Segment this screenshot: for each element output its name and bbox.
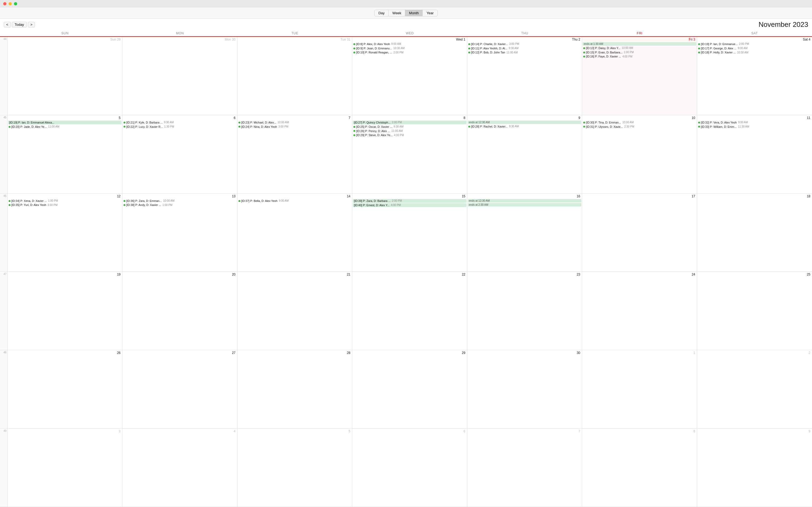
event-item[interactable]: [ID:26] P: Penny, D: Alex ... 11:00 AM: [353, 129, 466, 133]
event-item[interactable]: [ID:13] P: Daisy, D: Alex Y... 10:00 AM: [583, 46, 696, 50]
event-text: [ID:14] P: Charlie, D: Xavier...: [471, 42, 508, 46]
day-cell-26[interactable]: 26: [7, 350, 122, 428]
event-item[interactable]: [ID:29] P: Steve, D: Alex Ye... 4:00 PM: [353, 133, 466, 137]
day-cell-22[interactable]: 22: [352, 272, 467, 350]
view-week-button[interactable]: Week: [389, 10, 405, 16]
day-cell-tue31[interactable]: Tue 31: [237, 37, 352, 115]
day-cell-19[interactable]: 19: [7, 272, 122, 350]
day-cell-14[interactable]: 14 [ID:37] P: Bella, D: Alex Yeoh 9:00 A…: [237, 193, 352, 272]
span-event[interactable]: ends at 2:30 AM: [468, 203, 581, 207]
next-button[interactable]: >: [28, 22, 35, 27]
day-cell-5[interactable]: 5 [ID:19] P: Ian, D: Emmanuel Alexa... […: [7, 115, 122, 193]
event-text: [ID:26] P: Penny, D: Alex ...: [356, 129, 390, 133]
event-item[interactable]: [ID:36] P: Zara, D: Emman... 10:00 AM: [123, 199, 237, 203]
view-year-button[interactable]: Year: [423, 10, 437, 16]
event-item[interactable]: [ID:19] P: Ian, D: Emmanue... 2:00 PM: [698, 42, 811, 46]
day-cell-mon30[interactable]: Mon 30: [122, 37, 237, 115]
view-day-button[interactable]: Day: [374, 10, 389, 16]
event-text: [ID:23] P: Michael, D: Alex...: [241, 121, 276, 125]
day-cell-dec1[interactable]: 1: [582, 350, 697, 428]
event-text: [ID:38] P: Andy, D: Xavier ...: [126, 203, 161, 207]
event-time: 2:00 PM: [739, 42, 749, 46]
event-item[interactable]: [ID:11] P: Alex Yeohh, D: Al... 9:30 AM: [468, 47, 581, 51]
event-item[interactable]: [ID:30] P: Tina, D: Emman... 10:00 AM: [583, 121, 696, 125]
day-cell-dec5[interactable]: 5: [237, 429, 352, 507]
day-cell-24[interactable]: 24: [582, 272, 697, 350]
day-cell-fri3[interactable]: Fri 3 ends at 1:30 AM [ID:13] P: Daisy, …: [582, 37, 697, 115]
day-cell-18[interactable]: 18: [697, 193, 812, 272]
day-cell-6[interactable]: 6 [ID:21] P: Kyle, D: Barbara ... 9:30 A…: [122, 115, 237, 193]
event-item[interactable]: [ID:31] P: Ulysses, D: Xavie... 2:30 PM: [583, 125, 696, 129]
view-month-button[interactable]: Month: [405, 10, 423, 16]
day-cell-16[interactable]: 16 ends at 12:30 AM ends at 2:30 AM: [467, 193, 582, 272]
span-event[interactable]: [ID:40] P: Emest, D: Alex Y... 4:00 PM: [353, 203, 466, 207]
event-item[interactable]: [ID:17] P: George, D: Alex ... 9:00 AM: [698, 47, 811, 51]
close-button[interactable]: [3, 2, 6, 5]
event-item[interactable]: [ID:28] P: Rachel, D: Xavier... 9:30 AM: [468, 125, 581, 129]
day-cell-17[interactable]: 17: [582, 193, 697, 272]
event-item[interactable]: [ID:34] P: Xena, D: Xavier ... 1:00 PM: [8, 199, 122, 203]
day-cell-sun29[interactable]: Sun 29: [7, 37, 122, 115]
event-item[interactable]: [ID:21] P: Kyle, D: Barbara ... 9:30 AM: [123, 121, 237, 125]
day-cell-wed1[interactable]: Wed 1 [ID:8] P: Alex, D: Alex Yeoh 9:00 …: [352, 37, 467, 115]
event-item[interactable]: [ID:12] P: Bob, D: John Tan 11:00 AM: [468, 51, 581, 55]
day-number: Sun 29: [8, 37, 122, 42]
prev-button[interactable]: <: [4, 22, 11, 27]
day-cell-29[interactable]: 29: [352, 350, 467, 428]
day-cell-30[interactable]: 30: [467, 350, 582, 428]
day-cell-dec8[interactable]: 8: [582, 429, 697, 507]
event-item[interactable]: [ID:20] P: Jade, D: Alex Ye... 11:00 AM: [8, 125, 122, 129]
minimize-button[interactable]: [9, 2, 12, 5]
event-item[interactable]: [ID:14] P: Charlie, D: Xavier... 3:00 PM: [468, 42, 581, 46]
event-item[interactable]: [ID:15] P: Evan, D: Barbara... 1:00 PM: [583, 51, 696, 55]
event-item[interactable]: [ID:9] P: Jean, D: Emmanu... 10:30 AM: [353, 47, 466, 51]
day-cell-25[interactable]: 25: [697, 272, 812, 350]
day-cell-12[interactable]: 12 [ID:34] P: Xena, D: Xavier ... 1:00 P…: [7, 193, 122, 272]
event-item[interactable]: [ID:35] P: Yuri, D: Alex Yeoh 3:30 PM: [8, 203, 122, 207]
event-item[interactable]: [ID:16] P: Faye, D: Xavier ... 4:00 PM: [583, 55, 696, 59]
event-item[interactable]: [ID:18] P: Holly, D: Xavier ... 10:30 AM: [698, 51, 811, 55]
span-event[interactable]: ends at 1:30 AM: [583, 42, 696, 46]
event-dot: [353, 43, 355, 45]
today-button[interactable]: Today: [12, 22, 27, 27]
event-item[interactable]: [ID:33] P: William, D: Emm... 11:30 AM: [698, 125, 811, 129]
event-item[interactable]: [ID:8] P: Alex, D: Alex Yeoh 9:00 AM: [353, 42, 466, 46]
span-event[interactable]: [ID:39] P: Zara, D: Barbara ... 2:00 PM: [353, 199, 466, 203]
day-cell-dec3[interactable]: 3: [7, 429, 122, 507]
span-event[interactable]: [ID:27] P: Quincy Christoph... 2:00 PM: [353, 121, 466, 124]
event-item[interactable]: [ID:22] P: Lucy, D: Xavier R... 1:30 PM: [123, 125, 237, 129]
day-cell-dec4[interactable]: 4: [122, 429, 237, 507]
day-cell-13[interactable]: 13 [ID:36] P: Zara, D: Emman... 10:00 AM…: [122, 193, 237, 272]
event-item[interactable]: [ID:38] P: Andy, D: Xavier ... 1:00 PM: [123, 203, 237, 207]
day-cell-thu2[interactable]: Thu 2 [ID:14] P: Charlie, D: Xavier... 3…: [467, 37, 582, 115]
day-cell-8[interactable]: 8 [ID:27] P: Quincy Christoph... 2:00 PM…: [352, 115, 467, 193]
day-cell-9[interactable]: 9 ends at 12:30 AM [ID:28] P: Rachel, D:…: [467, 115, 582, 193]
event-item[interactable]: [ID:23] P: Michael, D: Alex... 10:00 AM: [238, 121, 351, 125]
day-cell-20[interactable]: 20: [122, 272, 237, 350]
span-event[interactable]: ends at 12:30 AM: [468, 121, 581, 124]
event-item[interactable]: [ID:24] P: Nina, D: Alex Yeoh 3:00 PM: [238, 125, 351, 129]
event-text: [ID:39] P: Zara, D: Barbara ...: [354, 199, 391, 203]
day-cell-dec2[interactable]: 2: [697, 350, 812, 428]
event-item[interactable]: [ID:25] P: Oscar, D: Xavier ... 9:30 AM: [353, 125, 466, 129]
event-item[interactable]: [ID:37] P: Bella, D: Alex Yeoh 9:00 AM: [238, 199, 351, 203]
day-cell-dec7[interactable]: 7: [467, 429, 582, 507]
span-event[interactable]: ends at 12:30 AM: [468, 199, 581, 203]
day-cell-23[interactable]: 23: [467, 272, 582, 350]
event-item[interactable]: [ID:10] P: Ronald Reagan, ... 2:00 PM: [353, 51, 466, 55]
event-item[interactable]: [ID:32] P: Vera, D: Alex Yeoh 9:00 AM: [698, 121, 811, 125]
day-cell-dec6[interactable]: 6: [352, 429, 467, 507]
event-time: 9:00 AM: [391, 42, 401, 46]
day-cell-dec9[interactable]: 9: [697, 429, 812, 507]
day-cell-sat4[interactable]: Sat 4 [ID:19] P: Ian, D: Emmanue... 2:00…: [697, 37, 812, 115]
maximize-button[interactable]: [14, 2, 17, 5]
span-event[interactable]: [ID:19] P: Ian, D: Emmanuel Alexa...: [8, 121, 122, 124]
day-cell-10[interactable]: 10 [ID:30] P: Tina, D: Emman... 10:00 AM…: [582, 115, 697, 193]
day-cell-21[interactable]: 21: [237, 272, 352, 350]
events-list: [ID:19] P: Ian, D: Emmanue... 2:00 PM [I…: [698, 42, 811, 114]
day-cell-7[interactable]: 7 [ID:23] P: Michael, D: Alex... 10:00 A…: [237, 115, 352, 193]
day-cell-28[interactable]: 28: [237, 350, 352, 428]
day-cell-27[interactable]: 27: [122, 350, 237, 428]
day-cell-15[interactable]: 15 [ID:39] P: Zara, D: Barbara ... 2:00 …: [352, 193, 467, 272]
day-cell-11[interactable]: 11 [ID:32] P: Vera, D: Alex Yeoh 9:00 AM…: [697, 115, 812, 193]
